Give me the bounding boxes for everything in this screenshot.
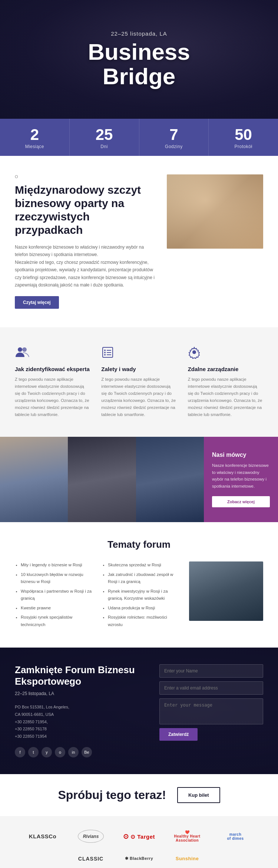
speaker-info-panel: Nasi mówcy Nasze konferencje biznesowe t… <box>204 437 278 522</box>
about-photo <box>167 174 263 249</box>
facebook-icon[interactable]: f <box>15 747 25 757</box>
feature-remote-title: Zdalne zarządzanie <box>188 366 263 372</box>
read-more-button[interactable]: Czytaj więcej <box>15 296 59 309</box>
klassco-label: KLASSCo <box>29 833 56 839</box>
speakers-section: Nasi mówcy Nasze konferencje biznesowe t… <box>0 437 278 522</box>
phone3: +30 22850 71954 <box>15 733 148 740</box>
svg-point-9 <box>192 350 196 354</box>
stat-days-number: 25 <box>73 127 135 143</box>
instagram-icon[interactable]: o <box>55 747 65 757</box>
feature-pros-cons-title: Zalety i wady <box>101 366 176 372</box>
speaker-2-img <box>68 437 136 522</box>
hero-section: 22–25 listopada, LA Business Bridge <box>0 0 278 119</box>
speakers-title: Nasi mówcy <box>212 452 270 458</box>
forum-image <box>189 561 263 621</box>
forum-topic-9: Udana produkcja w Rosji <box>108 605 180 612</box>
feature-remote-text: Z tego powodu nasze aplikacje internetow… <box>188 376 263 418</box>
about-left: O Międzynarodowy szczyt biznesowy oparty… <box>15 174 156 309</box>
contact-title: Zamknięte Forum Biznesu Eksportowego <box>15 664 148 687</box>
logo-target: ⊙ ⊙ Target <box>117 827 161 846</box>
features-section: Jak zidentyfikować eksperta Z tego powod… <box>0 327 278 437</box>
forum-topic-2: 10 kluczowych błędów w rozwoju biznesu w… <box>21 571 93 586</box>
people-icon <box>15 346 90 361</box>
behance-icon[interactable]: Be <box>82 747 92 757</box>
phone2: +30 22850 76178 <box>15 725 148 733</box>
twitter-icon[interactable]: t <box>28 747 39 757</box>
contact-date: 22–25 listopada, LA <box>15 691 148 696</box>
contact-form: Zatwierdź <box>159 664 263 757</box>
speaker-3-img <box>136 437 204 522</box>
stat-months-label: Miesiące <box>4 144 66 149</box>
blackberry-label: ✱ BlackBerry <box>125 856 153 861</box>
svg-point-4 <box>104 352 106 353</box>
logo-sunshine: Sunshine <box>165 849 209 868</box>
feature-identify-text: Z tego powodu nasze aplikacje internetow… <box>15 376 90 418</box>
social-icons: f t y o in Be <box>15 747 148 757</box>
svg-point-5 <box>104 354 106 356</box>
forum-section: Tematy forum Mity i legendy o biznesie w… <box>0 522 278 647</box>
submit-button[interactable]: Zatwierdź <box>159 728 198 741</box>
feature-identify: Jak zidentyfikować eksperta Z tego powod… <box>15 346 90 418</box>
buy-ticket-button[interactable]: Kup bilet <box>177 787 220 803</box>
forum-topic-10: Rosyjskie rolnictwo: możliwości wzrostu <box>108 614 180 628</box>
hero-content: 22–25 listopada, LA Business Bridge <box>88 30 190 88</box>
list-icon <box>101 346 176 361</box>
forum-lists: Mity i legendy o biznesie w Rosji 10 klu… <box>15 561 180 630</box>
email-input[interactable] <box>159 681 263 695</box>
linkedin-icon[interactable]: in <box>68 747 79 757</box>
sunshine-label: Sunshine <box>176 856 199 861</box>
speaker-1-img <box>0 437 68 522</box>
forum-topic-1: Mity i legendy o biznesie w Rosji <box>21 561 93 569</box>
stat-hours: 7 Godziny <box>139 119 209 156</box>
about-label: O <box>15 174 156 179</box>
stat-protocol-label: Protokół <box>212 144 274 149</box>
logos-grid: KLASSCo Rivians ⊙ ⊙ Target ❤️Healthy Hea… <box>11 827 267 868</box>
speaker-photo-2 <box>68 437 136 522</box>
hero-title-line2: Bridge <box>103 63 175 89</box>
see-more-button[interactable]: Zobacz więcej <box>212 496 270 507</box>
stat-days-label: Dni <box>73 144 135 149</box>
contact-section: Zamknięte Forum Biznesu Eksportowego 22–… <box>0 648 278 774</box>
stat-days: 25 Dni <box>70 119 139 156</box>
logo-heart-assoc: ❤️Healthy HeartAssociation <box>165 827 209 846</box>
hero-date: 22–25 listopada, LA <box>88 30 190 37</box>
stat-months: 2 Miesiące <box>0 119 70 156</box>
heart-label: ❤️Healthy HeartAssociation <box>174 830 201 842</box>
message-input[interactable] <box>159 698 263 724</box>
about-text: Nasze konferencje biznesowe to właściwy … <box>15 243 156 289</box>
address-line2: CA 90051-6681, USA <box>15 711 148 718</box>
logo-march-dimes: marchof dimes <box>213 827 258 846</box>
logos-section: KLASSCo Rivians ⊙ ⊙ Target ❤️Healthy Hea… <box>0 816 278 868</box>
logo-klassco: KLASSCo <box>20 827 65 846</box>
address-line1: PO Box 515381, Los Angeles, <box>15 704 148 711</box>
youtube-icon[interactable]: y <box>42 747 52 757</box>
feature-pros-cons: Zalety i wady Z tego powodu nasze aplika… <box>101 346 176 418</box>
stats-bar: 2 Miesiące 25 Dni 7 Godziny 50 Protokół <box>0 119 278 156</box>
stat-protocol-number: 50 <box>212 127 274 143</box>
svg-point-3 <box>104 350 106 351</box>
cta-section: Spróbuj tego teraz! Kup bilet <box>0 774 278 816</box>
speakers-text: Nasze konferencje biznesowe to właściwy … <box>212 462 270 489</box>
svg-point-1 <box>22 347 27 352</box>
speaker-photos <box>0 437 204 522</box>
stat-hours-number: 7 <box>143 127 205 143</box>
forum-topic-8: Rynek inwestycyjny w Rosji i za granicą.… <box>108 588 180 602</box>
phone1: +30 22850 71954, <box>15 718 148 726</box>
feature-remote: Zdalne zarządzanie Z tego powodu nasze a… <box>188 346 263 418</box>
hero-title: Business Bridge <box>88 40 190 88</box>
about-image <box>167 174 263 249</box>
rivians-label: Rivians <box>78 830 104 843</box>
features-grid: Jak zidentyfikować eksperta Z tego powod… <box>15 346 263 418</box>
logo-classic: CLASSIC <box>69 849 113 868</box>
forum-content: Mity i legendy o biznesie w Rosji 10 klu… <box>15 561 263 630</box>
logo-blackberry: ✱ BlackBerry <box>117 849 161 868</box>
feature-pros-cons-text: Z tego powodu nasze aplikacje internetow… <box>101 376 176 418</box>
forum-topic-5: Rosyjski rynek specjalistów technicznych <box>21 614 93 628</box>
forum-topic-3: Współpraca i partnerstwo w Rosji i za gr… <box>21 588 93 602</box>
contact-info: Zamknięte Forum Biznesu Eksportowego 22–… <box>15 664 148 757</box>
forum-topic-7: Jak zatrudnić i zbudować zespół w Rosji … <box>108 571 180 586</box>
contact-address: PO Box 515381, Los Angeles, CA 90051-668… <box>15 704 148 740</box>
name-input[interactable] <box>159 664 263 678</box>
stat-months-number: 2 <box>4 127 66 143</box>
forum-list-1: Mity i legendy o biznesie w Rosji 10 klu… <box>15 561 93 630</box>
